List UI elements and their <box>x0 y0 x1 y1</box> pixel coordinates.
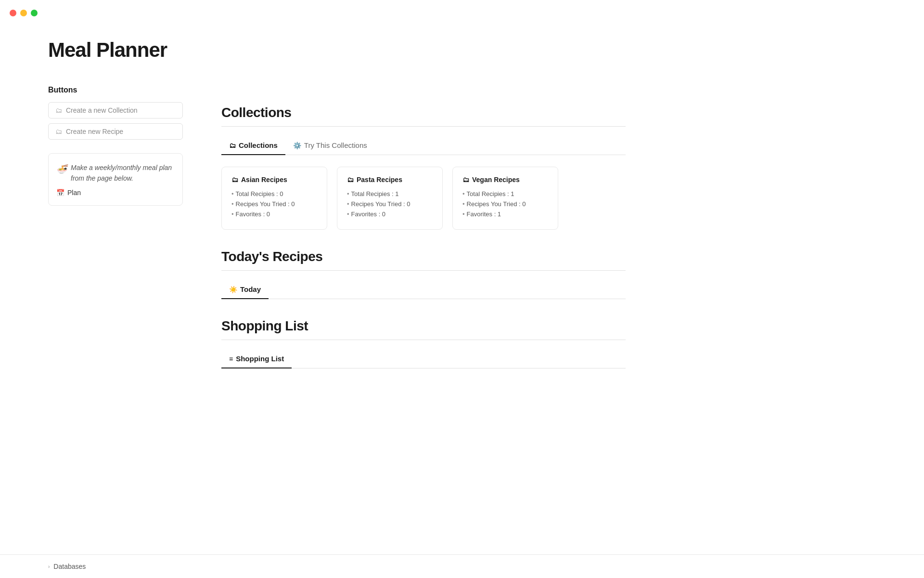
tab-shopping-label: Shopping List <box>236 355 284 363</box>
plan-calendar-icon: 📅 <box>56 189 64 197</box>
close-button[interactable] <box>10 10 16 16</box>
tab-shopping-icon: ≡ <box>229 355 233 363</box>
card-asian-title: 🗂 Asian Recipes <box>231 176 317 184</box>
card-pasta-label: Pasta Recipes <box>357 176 402 184</box>
tab-try-icon: ⚙️ <box>293 142 301 149</box>
vegan-stat-2: Recipes You Tried : 0 <box>462 200 548 208</box>
plan-link[interactable]: 📅 Plan <box>56 189 175 197</box>
collections-title: Collections <box>221 105 626 120</box>
recipe-btn-icon: 🗂 <box>55 128 62 135</box>
buttons-section-label: Buttons <box>48 86 183 94</box>
collections-section: Collections 🗂 Collections ⚙️ Try This Co… <box>221 105 626 230</box>
tab-shopping-list[interactable]: ≡ Shopping List <box>221 350 292 368</box>
tab-today[interactable]: ☀️ Today <box>221 280 269 299</box>
tab-try-label: Try This Collections <box>304 141 367 149</box>
minimize-button[interactable] <box>20 10 27 16</box>
create-recipe-label: Create new Recipe <box>66 128 123 135</box>
card-vegan-label: Vegan Recipes <box>472 176 520 184</box>
todays-recipes-title: Today's Recipes <box>221 249 626 264</box>
card-vegan-icon: 🗂 <box>462 176 469 184</box>
collections-divider <box>221 126 626 127</box>
pasta-stat-2: Recipes You Tried : 0 <box>347 200 433 208</box>
vegan-stat-3: Favorites : 1 <box>462 210 548 218</box>
tab-collections-label: Collections <box>239 141 278 149</box>
left-column: Buttons 🗂 Create a new Collection 🗂 Crea… <box>48 86 183 206</box>
page-title: Meal Planner <box>48 39 626 62</box>
shopping-divider <box>221 340 626 340</box>
collections-tabs: 🗂 Collections ⚙️ Try This Collections <box>221 136 626 155</box>
tab-today-label: Today <box>240 285 261 293</box>
shopping-list-title: Shopping List <box>221 318 626 334</box>
todays-tabs: ☀️ Today <box>221 280 626 299</box>
note-box: 🍜 Make a weekly/monthly meal plan from t… <box>48 153 183 206</box>
databases-label: Databases <box>53 563 86 570</box>
asian-stat-3: Favorites : 0 <box>231 210 317 218</box>
card-pasta-icon: 🗂 <box>347 176 354 184</box>
pasta-stat-3: Favorites : 0 <box>347 210 433 218</box>
card-vegan-title: 🗂 Vegan Recipes <box>462 176 548 184</box>
todays-recipes-section: Today's Recipes ☀️ Today <box>221 249 626 299</box>
card-pasta-title: 🗂 Pasta Recipes <box>347 176 433 184</box>
tab-today-icon: ☀️ <box>229 286 237 293</box>
chevron-right-icon: › <box>48 564 50 569</box>
traffic-lights <box>10 10 38 16</box>
main-content: Meal Planner Buttons 🗂 Create a new Coll… <box>0 0 674 409</box>
collection-cards-row: 🗂 Asian Recipes Total Recipies : 0 Recip… <box>221 167 626 230</box>
two-column-layout: Buttons 🗂 Create a new Collection 🗂 Crea… <box>48 86 626 380</box>
card-asian-label: Asian Recipes <box>241 176 287 184</box>
shopping-list-section: Shopping List ≡ Shopping List <box>221 318 626 368</box>
card-asian-recipes[interactable]: 🗂 Asian Recipes Total Recipies : 0 Recip… <box>221 167 327 230</box>
tab-collections-icon: 🗂 <box>229 142 236 149</box>
card-asian-icon: 🗂 <box>231 176 238 184</box>
shopping-tabs: ≡ Shopping List <box>221 350 626 368</box>
bottom-bar: › Databases <box>0 554 924 578</box>
right-column: Collections 🗂 Collections ⚙️ Try This Co… <box>221 86 626 380</box>
tab-collections[interactable]: 🗂 Collections <box>221 136 285 155</box>
collection-btn-icon: 🗂 <box>55 106 62 114</box>
pasta-stat-1: Total Recipies : 1 <box>347 190 433 197</box>
vegan-stat-1: Total Recipies : 1 <box>462 190 548 197</box>
create-collection-label: Create a new Collection <box>66 106 138 114</box>
note-food-icon: 🍜 <box>56 162 67 184</box>
todays-divider <box>221 270 626 271</box>
create-recipe-button[interactable]: 🗂 Create new Recipe <box>48 123 183 140</box>
asian-stat-1: Total Recipies : 0 <box>231 190 317 197</box>
asian-stat-2: Recipes You Tried : 0 <box>231 200 317 208</box>
note-content: 🍜 Make a weekly/monthly meal plan from t… <box>56 162 175 184</box>
plan-label: Plan <box>67 189 81 197</box>
create-collection-button[interactable]: 🗂 Create a new Collection <box>48 102 183 118</box>
note-text-content: Make a weekly/monthly meal plan from the… <box>71 162 175 184</box>
card-pasta-recipes[interactable]: 🗂 Pasta Recipes Total Recipies : 1 Recip… <box>337 167 443 230</box>
card-vegan-recipes[interactable]: 🗂 Vegan Recipes Total Recipies : 1 Recip… <box>452 167 558 230</box>
maximize-button[interactable] <box>31 10 38 16</box>
tab-try-this[interactable]: ⚙️ Try This Collections <box>285 136 375 155</box>
